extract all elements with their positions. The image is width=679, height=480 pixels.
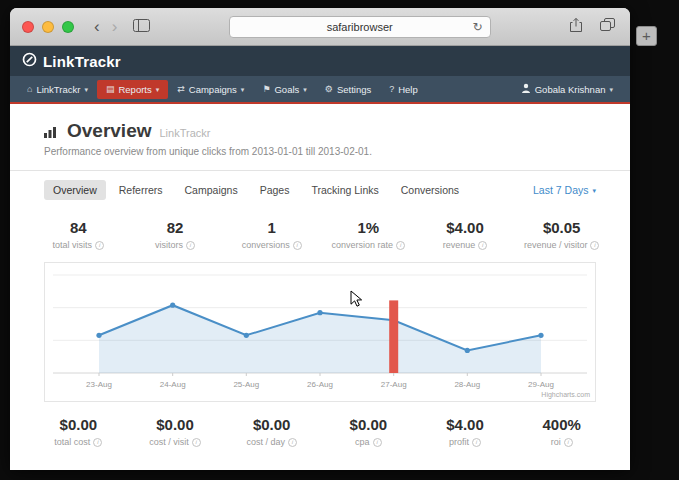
stat-value: 1% (320, 219, 417, 236)
svg-text:25-Aug: 25-Aug (233, 380, 259, 389)
stat-label: cost / visit (149, 437, 189, 447)
bar-chart-icon (44, 124, 59, 142)
nav-item-goals[interactable]: ⚑ Goals ▾ (253, 80, 315, 99)
page-content: Overview LinkTrackr Performance overview… (10, 104, 630, 468)
forward-icon[interactable]: › (106, 18, 124, 35)
stat-conversion-rate: 1% conversion ratei (320, 219, 417, 250)
share-icon[interactable] (569, 17, 583, 37)
stat-label: conversions (242, 240, 290, 250)
chevron-down-icon: ▾ (303, 86, 307, 93)
date-range-label: Last 7 Days (533, 184, 588, 196)
stat-value: 400% (513, 416, 610, 433)
window-controls (22, 21, 74, 33)
campaigns-icon: ⇄ (177, 85, 185, 94)
nav-item-label: Reports (118, 84, 151, 95)
stat-label: revenue (443, 240, 476, 250)
brand-name[interactable]: LinkTrackr (43, 53, 121, 70)
nav-item-label: Goals (274, 84, 299, 95)
zoom-window-button[interactable] (62, 21, 74, 33)
chevron-down-icon: ▾ (241, 86, 245, 93)
traffic-chart-panel: 23-Aug24-Aug25-Aug26-Aug27-Aug28-Aug29-A… (44, 262, 596, 402)
date-range-selector[interactable]: Last 7 Days ▾ (533, 184, 596, 196)
tab-pages[interactable]: Pages (251, 180, 299, 200)
nav-user-menu[interactable]: Gobala Krishnan ▾ (512, 79, 622, 99)
add-button[interactable]: + (636, 26, 657, 46)
stat-value: $0.00 (223, 416, 320, 433)
page-description: Performance overview from unique clicks … (44, 146, 596, 157)
tab-overview[interactable]: Overview (44, 180, 106, 200)
nav-item-help[interactable]: ? Help (380, 80, 427, 99)
info-icon[interactable]: i (288, 438, 297, 447)
help-icon: ? (389, 85, 394, 94)
stat-conversions: 1 conversionsi (223, 219, 320, 250)
nav-item-label: Help (398, 84, 418, 95)
report-tabs: Overview Referrers Campaigns Pages Track… (10, 171, 630, 209)
tab-overview-icon[interactable] (599, 17, 616, 36)
stat-revenue: $4.00 revenuei (417, 219, 514, 250)
stat-cpa: $0.00 cpai (320, 416, 417, 447)
stat-label: cost / day (246, 437, 285, 447)
info-icon[interactable]: i (396, 241, 405, 250)
stat-label: visitors (155, 240, 183, 250)
nav-item-label: LinkTrackr (36, 84, 80, 95)
page-title-suffix: LinkTrackr (160, 127, 211, 139)
address-bar[interactable]: safaribrowser ↻ (229, 16, 491, 38)
tab-conversions[interactable]: Conversions (392, 180, 468, 200)
tab-tracking-links[interactable]: Tracking Links (302, 180, 387, 200)
stat-value: $0.00 (30, 416, 127, 433)
nav-item-campaigns[interactable]: ⇄ Campaigns ▾ (168, 80, 253, 99)
chevron-down-icon: ▾ (609, 86, 613, 93)
stat-cost-per-day: $0.00 cost / dayi (223, 416, 320, 447)
stat-label: revenue / visitor (524, 240, 588, 250)
reload-icon[interactable]: ↻ (473, 21, 483, 33)
info-icon[interactable]: i (564, 438, 573, 447)
page-title: Overview (67, 120, 152, 142)
sidebar-toggle-icon[interactable] (133, 18, 150, 36)
stat-cost-per-visit: $0.00 cost / visiti (127, 416, 224, 447)
nav-item-label: Campaigns (189, 84, 237, 95)
tab-campaigns[interactable]: Campaigns (176, 180, 247, 200)
stat-value: $4.00 (417, 416, 514, 433)
browser-toolbar: ‹ › safaribrowser ↻ (10, 8, 630, 46)
svg-text:26-Aug: 26-Aug (307, 380, 333, 389)
info-icon[interactable]: i (95, 241, 104, 250)
back-icon[interactable]: ‹ (88, 18, 106, 35)
stat-total-cost: $0.00 total costi (30, 416, 127, 447)
info-icon[interactable]: i (93, 438, 102, 447)
info-icon[interactable]: i (472, 438, 481, 447)
stat-label: profit (449, 437, 469, 447)
chevron-down-icon: ▾ (592, 187, 596, 194)
stat-label: total cost (54, 437, 90, 447)
svg-text:Highcharts.com: Highcharts.com (541, 391, 590, 399)
info-icon[interactable]: i (590, 241, 599, 250)
stat-label: total visits (53, 240, 93, 250)
svg-text:24-Aug: 24-Aug (160, 380, 186, 389)
stat-value: 82 (127, 219, 224, 236)
close-window-button[interactable] (22, 21, 34, 33)
stat-profit: $4.00 profiti (417, 416, 514, 447)
nav-item-linktrackr[interactable]: ⌂ LinkTrackr ▾ (18, 80, 97, 99)
stat-value: $4.00 (417, 219, 514, 236)
nav-item-reports[interactable]: ▤ Reports ▾ (97, 80, 168, 99)
info-icon[interactable]: i (293, 241, 302, 250)
minimize-window-button[interactable] (42, 21, 54, 33)
reports-icon: ▤ (106, 85, 115, 94)
svg-text:29-Aug: 29-Aug (528, 380, 554, 389)
traffic-chart[interactable]: 23-Aug24-Aug25-Aug26-Aug27-Aug28-Aug29-A… (45, 263, 595, 401)
stat-roi: 400% roii (513, 416, 610, 447)
nav-item-settings[interactable]: ⚙ Settings (316, 80, 380, 99)
stats-row-bottom: $0.00 total costi $0.00 cost / visiti $0… (10, 402, 630, 455)
info-icon[interactable]: i (373, 438, 382, 447)
stat-value: 84 (30, 219, 127, 236)
svg-text:28-Aug: 28-Aug (454, 380, 480, 389)
linktrackr-logo-icon (22, 52, 37, 71)
stat-value: $0.00 (320, 416, 417, 433)
stat-label: cpa (355, 437, 370, 447)
info-icon[interactable]: i (192, 438, 201, 447)
info-icon[interactable]: i (186, 241, 195, 250)
tab-referrers[interactable]: Referrers (110, 180, 172, 200)
chevron-down-icon: ▾ (84, 86, 88, 93)
stat-value: $0.05 (513, 219, 610, 236)
home-icon: ⌂ (27, 85, 32, 94)
info-icon[interactable]: i (478, 241, 487, 250)
